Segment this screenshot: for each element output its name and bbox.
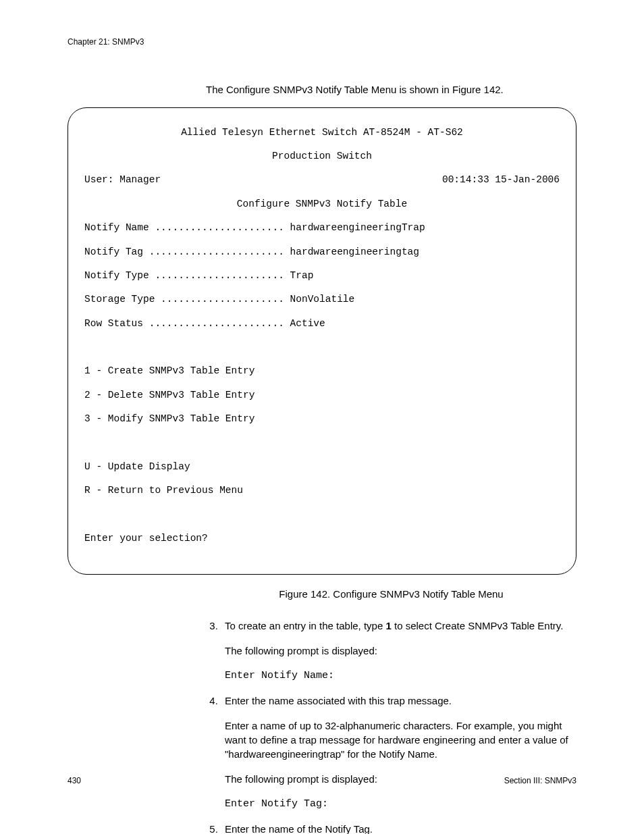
step-3: To create an entry in the table, type 1 … [221,619,576,683]
step-5: Enter the name of the Notify Tag. Enter … [221,822,576,834]
terminal-title-1: Allied Telesyn Ethernet Switch AT-8524M … [84,127,560,139]
terminal-user: User: Manager [84,174,161,186]
step-3-text-a: To create an entry in the table, type [225,620,385,631]
figure-caption: Figure 142. Configure SNMPv3 Notify Tabl… [206,588,576,600]
step-3-key: 1 [385,620,391,631]
chapter-header: Chapter 21: SNMPv3 [68,37,576,47]
terminal-timestamp: 00:14:33 15-Jan-2006 [442,174,560,186]
step-4-code: Enter Notify Tag: [225,797,576,811]
step-5-text: Enter the name of the Notify Tag. [225,823,373,834]
page-footer: 430 Section III: SNMPv3 [68,776,576,785]
terminal-section-title: Configure SNMPv3 Notify Table [84,199,560,211]
step-3-text-c: to select Create SNMPv3 Table Entry. [392,620,564,631]
terminal-row-row-status: Row Status ....................... Activ… [84,318,560,330]
step-3-prompt-label: The following prompt is displayed: [225,644,576,658]
intro-text: The Configure SNMPv3 Notify Table Menu i… [206,84,576,95]
terminal-menu-3: 3 - Modify SNMPv3 Table Entry [84,413,560,425]
steps-list: To create an entry in the table, type 1 … [206,619,576,834]
step-4-p1: Enter a name of up to 32-alphanumeric ch… [225,719,576,761]
step-3-code: Enter Notify Name: [225,669,576,683]
terminal-row-notify-type: Notify Type ...................... Trap [84,270,560,282]
terminal-row-notify-tag: Notify Tag ....................... hardw… [84,246,560,259]
terminal-title-2: Production Switch [84,151,560,163]
terminal-menu-2: 2 - Delete SNMPv3 Table Entry [84,390,560,402]
terminal-prompt: Enter your selection? [84,533,560,545]
terminal-row-storage-type: Storage Type ..................... NonVo… [84,294,560,306]
step-4: Enter the name associated with this trap… [221,694,576,811]
terminal-menu-1: 1 - Create SNMPv3 Table Entry [84,365,560,377]
terminal-menu-r: R - Return to Previous Menu [84,485,560,497]
page-number: 430 [68,776,81,785]
terminal-row-notify-name: Notify Name ...................... hardw… [84,222,560,234]
terminal-figure: Allied Telesyn Ethernet Switch AT-8524M … [68,107,576,575]
step-4-text: Enter the name associated with this trap… [225,695,452,706]
terminal-menu-u: U - Update Display [84,461,560,473]
section-label: Section III: SNMPv3 [504,776,576,785]
